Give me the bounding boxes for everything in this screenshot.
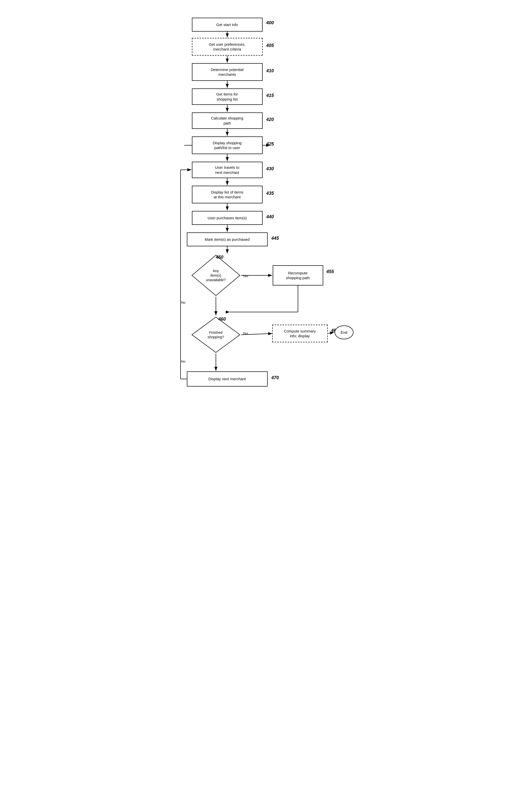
diamond-finished-shopping: Finishedshopping? <box>191 316 241 354</box>
label-445: 445 <box>271 236 279 241</box>
label-440: 440 <box>266 214 274 220</box>
box-user-travels: User travels tonext merchant <box>192 162 263 178</box>
label-435: 435 <box>266 191 274 196</box>
box-mark-purchased: Mark item(s) as purchased <box>187 232 268 246</box>
box-determine-merchants: Determine potentialmerchants <box>192 63 263 81</box>
box-calculate-path: Calculate shoppingpath <box>192 113 263 129</box>
label-470: 470 <box>271 375 279 380</box>
box-get-user-preferences: Get user preferences,merchant criteria <box>192 38 263 56</box>
box-display-shopping-path: Display shoppingpath/list to user <box>192 136 263 154</box>
box-get-start-info: Get start info <box>192 18 263 32</box>
label-455: 455 <box>326 269 334 274</box>
label-425: 425 <box>266 142 274 147</box>
label-405: 405 <box>266 43 274 48</box>
label-420: 420 <box>266 117 274 122</box>
arrow-label-yes-460: Yes <box>243 332 248 335</box>
diamond-any-unavailable: Anyitem(s)unavailable? <box>191 254 241 297</box>
label-430: 430 <box>266 166 274 172</box>
box-get-items: Get items forshopping list <box>192 88 263 105</box>
label-410: 410 <box>266 68 274 73</box>
label-460: 460 <box>218 317 226 322</box>
label-400: 400 <box>266 20 274 26</box>
label-450: 450 <box>216 255 223 260</box>
arrow-label-no-450: No <box>181 301 186 304</box>
box-display-items: Display list of itemsat this merchant <box>192 186 263 203</box>
box-user-purchases: User purchases item(s) <box>192 211 263 225</box>
arrow-label-no-460: No <box>181 360 186 363</box>
arrow-label-yes-450: Yes <box>243 274 248 278</box>
diagram-container: Get start info 400 Get user preferences,… <box>177 10 353 768</box>
label-415: 415 <box>266 93 274 98</box>
box-display-next-merchant: Display next merchant <box>187 372 268 387</box>
box-recompute-path: Recomputeshopping path <box>273 265 323 286</box>
oval-end: End <box>335 325 353 339</box>
box-compute-summary: Compute summaryinfo; display <box>272 325 328 342</box>
